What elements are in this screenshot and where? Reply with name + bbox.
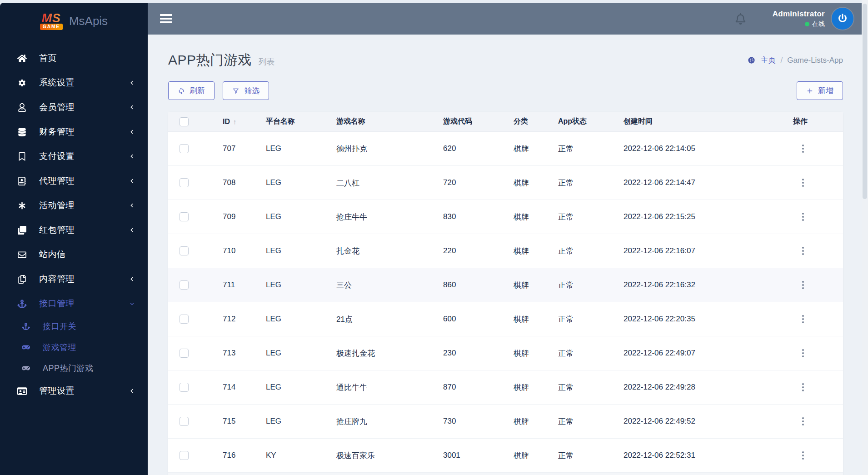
cell-game-code: 870 <box>443 383 514 392</box>
gamepad-icon <box>22 344 35 351</box>
database-icon <box>17 128 31 136</box>
row-checkbox[interactable] <box>180 280 189 290</box>
cell-created-at: 2022-12-06 22:16:32 <box>624 280 793 290</box>
cell-game-name: 极速扎金花 <box>336 348 443 359</box>
sidebar-item-agent-management[interactable]: 代理管理 <box>0 169 148 193</box>
sidebar-item-redpacket-management[interactable]: 红包管理 <box>0 218 148 242</box>
cell-platform: KY <box>266 451 336 460</box>
user-name: Administrator <box>773 10 825 19</box>
cell-id: 708 <box>223 178 266 187</box>
sort-asc-icon: ↑ <box>233 118 237 125</box>
row-actions-kebab-icon[interactable] <box>798 211 808 223</box>
cell-category: 棋牌 <box>514 280 558 290</box>
table-row: 713 LEG 极速扎金花 230 棋牌 正常 2022-12-06 22:49… <box>168 336 843 370</box>
cell-platform: LEG <box>266 349 336 358</box>
add-button[interactable]: 新增 <box>797 81 843 100</box>
refresh-icon <box>178 87 185 95</box>
address-book-icon <box>17 177 31 185</box>
cell-id: 712 <box>223 315 266 324</box>
table-row: 708 LEG 二八杠 720 棋牌 正常 2022-12-06 22:14:4… <box>168 166 843 200</box>
row-checkbox[interactable] <box>180 349 189 358</box>
cell-app-status: 正常 <box>558 178 624 188</box>
cell-app-status: 正常 <box>558 144 624 154</box>
cell-platform: LEG <box>266 212 336 221</box>
column-header-id[interactable]: ID↑ <box>223 118 266 126</box>
cell-category: 棋牌 <box>514 416 558 427</box>
user-menu[interactable]: Administrator 在线 <box>773 10 825 28</box>
sidebar-item-home[interactable]: 首页 <box>0 46 148 70</box>
cell-game-name: 21点 <box>336 314 443 325</box>
table-row: 716 KY 极速百家乐 3001 棋牌 正常 2022-12-06 22:52… <box>168 439 843 473</box>
row-checkbox[interactable] <box>180 178 189 187</box>
row-actions-kebab-icon[interactable] <box>798 279 808 291</box>
brand-name: MsApis <box>69 14 108 28</box>
cell-platform: LEG <box>266 178 336 187</box>
sidebar-item-system-settings[interactable]: 系统设置 <box>0 70 148 95</box>
sidebar-item-member-management[interactable]: 会员管理 <box>0 95 148 120</box>
row-actions-kebab-icon[interactable] <box>798 143 808 155</box>
chevron-left-icon <box>129 388 135 394</box>
row-checkbox[interactable] <box>180 246 189 255</box>
brand[interactable]: MS GAME MsApis <box>0 3 148 39</box>
row-actions-kebab-icon[interactable] <box>798 450 808 461</box>
row-checkbox[interactable] <box>180 144 189 153</box>
online-dot <box>805 22 809 26</box>
dashboard-icon <box>747 56 756 65</box>
cell-app-status: 正常 <box>558 416 624 427</box>
row-actions-kebab-icon[interactable] <box>798 381 808 393</box>
notification-bell-icon[interactable] <box>735 13 746 25</box>
cell-app-status: 正常 <box>558 382 624 393</box>
row-checkbox[interactable] <box>180 451 189 460</box>
chevron-left-icon <box>129 80 135 86</box>
cell-platform: LEG <box>266 383 336 392</box>
row-checkbox[interactable] <box>180 212 189 221</box>
sidebar-item-app-hot-games[interactable]: APP热门游戏 <box>0 358 148 379</box>
sidebar-item-interface-switch[interactable]: 接口开关 <box>0 316 148 337</box>
cell-created-at: 2022-12-06 22:14:05 <box>624 144 793 153</box>
table-row: 714 LEG 通比牛牛 870 棋牌 正常 2022-12-06 22:49:… <box>168 370 843 405</box>
user-status: 在线 <box>773 20 825 28</box>
row-actions-kebab-icon[interactable] <box>798 415 808 427</box>
hamburger-menu-icon[interactable] <box>160 14 172 23</box>
refresh-button[interactable]: 刷新 <box>168 81 215 100</box>
column-header-actions: 操作 <box>793 117 843 126</box>
filter-button[interactable]: 筛选 <box>223 81 269 100</box>
row-actions-kebab-icon[interactable] <box>798 347 808 359</box>
cell-id: 713 <box>223 349 266 358</box>
table-row: 712 LEG 21点 600 棋牌 正常 2022-12-06 22:20:3… <box>168 302 843 336</box>
cell-app-status: 正常 <box>558 314 624 325</box>
row-actions-kebab-icon[interactable] <box>798 313 808 325</box>
row-actions-kebab-icon[interactable] <box>798 177 808 189</box>
cell-created-at: 2022-12-06 22:16:07 <box>624 246 793 255</box>
row-checkbox[interactable] <box>180 417 189 426</box>
filter-icon <box>232 87 239 95</box>
avatar[interactable] <box>832 8 853 30</box>
sidebar-item-activity-management[interactable]: 活动管理 <box>0 193 148 218</box>
column-header-platform: 平台名称 <box>266 117 336 126</box>
scrollbar-thumb[interactable] <box>863 4 867 199</box>
cell-category: 棋牌 <box>514 450 558 461</box>
chevron-left-icon <box>129 129 135 135</box>
sidebar-item-site-messages[interactable]: 站内信 <box>0 242 148 267</box>
cell-game-code: 620 <box>443 144 514 153</box>
sidebar-item-payment-settings[interactable]: 支付设置 <box>0 144 148 169</box>
row-checkbox[interactable] <box>180 315 189 324</box>
select-all-checkbox[interactable] <box>180 117 189 126</box>
cell-app-status: 正常 <box>558 246 624 256</box>
row-checkbox[interactable] <box>180 383 189 392</box>
row-actions-kebab-icon[interactable] <box>798 245 808 257</box>
sidebar-item-finance-management[interactable]: 财务管理 <box>0 120 148 144</box>
page-title: APP热门游戏 <box>168 51 252 70</box>
breadcrumb-home-link[interactable]: 主页 <box>760 55 776 65</box>
id-card-icon <box>17 387 31 395</box>
sidebar-item-admin-settings[interactable]: 管理设置 <box>0 379 148 403</box>
cell-id: 714 <box>223 383 266 392</box>
cell-created-at: 2022-12-06 22:20:35 <box>624 315 793 324</box>
sidebar-item-interface-management[interactable]: 接口管理 <box>0 291 148 316</box>
cell-game-code: 3001 <box>443 451 514 460</box>
sidebar-item-content-management[interactable]: 内容管理 <box>0 267 148 291</box>
column-header-category: 分类 <box>514 117 558 126</box>
sidebar-item-game-management[interactable]: 游戏管理 <box>0 337 148 358</box>
page-subtitle: 列表 <box>259 56 275 67</box>
cell-category: 棋牌 <box>514 144 558 154</box>
